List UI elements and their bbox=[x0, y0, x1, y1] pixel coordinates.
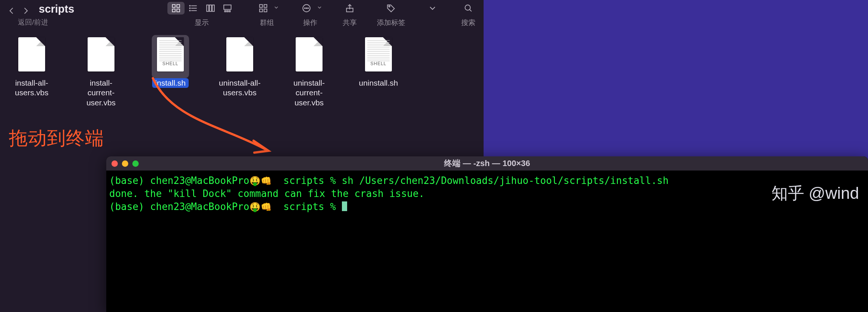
svg-rect-12 bbox=[212, 5, 214, 11]
file-name: install-current-user.vbs bbox=[77, 78, 125, 108]
svg-rect-11 bbox=[210, 5, 211, 11]
file-icon: SHELL bbox=[365, 37, 392, 71]
more-dropdown[interactable] bbox=[424, 2, 441, 15]
file-icon bbox=[88, 37, 114, 71]
file-name: uninstall.sh bbox=[359, 78, 398, 88]
group-label: 群组 bbox=[260, 18, 274, 28]
action-button[interactable] bbox=[298, 2, 315, 15]
folder-title: scripts bbox=[39, 3, 74, 15]
share-button[interactable] bbox=[341, 2, 358, 15]
file-item[interactable]: uninstall-current-user.vbs bbox=[285, 35, 333, 108]
svg-point-22 bbox=[305, 8, 305, 9]
share-group: 共享 bbox=[341, 1, 358, 28]
svg-rect-17 bbox=[260, 4, 262, 7]
chevron-down-icon bbox=[273, 4, 279, 12]
svg-rect-3 bbox=[177, 9, 180, 12]
back-button[interactable] bbox=[7, 4, 16, 17]
file-name: uninstall-all-users.vbs bbox=[216, 78, 264, 98]
svg-rect-10 bbox=[207, 5, 208, 11]
dropdown-group bbox=[424, 1, 441, 26]
svg-point-7 bbox=[189, 5, 190, 6]
share-label: 共享 bbox=[343, 18, 357, 28]
forward-button[interactable] bbox=[21, 4, 31, 17]
svg-point-23 bbox=[306, 8, 307, 9]
chevron-down-icon bbox=[317, 4, 323, 12]
svg-rect-1 bbox=[177, 4, 180, 7]
file-item[interactable]: SHELLuninstall.sh bbox=[354, 35, 403, 88]
terminal-title: 终端 — -zsh — 100×36 bbox=[106, 158, 868, 169]
tag-label: 添加标签 bbox=[377, 18, 405, 28]
file-icon bbox=[18, 37, 45, 71]
svg-point-26 bbox=[389, 6, 390, 7]
svg-rect-18 bbox=[264, 4, 267, 7]
svg-point-27 bbox=[465, 5, 470, 10]
file-icon bbox=[296, 37, 323, 71]
tag-group: 添加标签 bbox=[377, 1, 405, 28]
file-item[interactable]: install-current-user.vbs bbox=[77, 35, 125, 108]
column-view-button[interactable] bbox=[202, 2, 219, 15]
file-item[interactable]: install-all-users.vbs bbox=[7, 35, 56, 98]
terminal-titlebar[interactable]: 终端 — -zsh — 100×36 bbox=[106, 156, 868, 171]
annotation-text: 拖动到终端 bbox=[9, 126, 104, 151]
terminal-window[interactable]: 终端 — -zsh — 100×36 (base) chen23@MacBook… bbox=[106, 156, 868, 312]
file-name: uninstall-current-user.vbs bbox=[285, 78, 333, 108]
file-item[interactable]: uninstall-all-users.vbs bbox=[216, 35, 264, 98]
view-label: 显示 bbox=[195, 18, 209, 28]
view-group: 显示 bbox=[167, 1, 236, 28]
search-button[interactable] bbox=[460, 2, 477, 15]
svg-rect-15 bbox=[227, 11, 228, 12]
tag-button[interactable] bbox=[383, 2, 400, 15]
finder-toolbar: scripts 返回/前进 显示 群组 bbox=[0, 0, 484, 26]
file-name: install.sh bbox=[152, 78, 189, 88]
svg-point-9 bbox=[189, 10, 190, 11]
gallery-view-button[interactable] bbox=[219, 2, 236, 15]
svg-rect-16 bbox=[229, 11, 230, 12]
file-name: install-all-users.vbs bbox=[7, 78, 56, 98]
svg-rect-14 bbox=[224, 11, 226, 12]
file-item[interactable]: SHELLinstall.sh bbox=[146, 35, 195, 88]
svg-rect-13 bbox=[224, 5, 231, 9]
action-label: 操作 bbox=[303, 18, 317, 28]
file-icon bbox=[226, 37, 253, 71]
file-icon: SHELL bbox=[157, 37, 184, 71]
svg-rect-20 bbox=[264, 9, 267, 12]
file-grid: install-all-users.vbsinstall-current-use… bbox=[0, 26, 484, 108]
svg-point-8 bbox=[189, 8, 190, 9]
svg-rect-19 bbox=[260, 9, 262, 12]
icon-view-button[interactable] bbox=[167, 2, 185, 15]
svg-point-24 bbox=[308, 8, 308, 9]
svg-line-28 bbox=[469, 9, 471, 11]
group-button[interactable] bbox=[255, 2, 272, 15]
list-view-button[interactable] bbox=[185, 2, 202, 15]
action-group: 操作 bbox=[298, 1, 323, 28]
search-label: 搜索 bbox=[461, 18, 475, 28]
svg-rect-2 bbox=[172, 9, 175, 12]
group-group: 群组 bbox=[255, 1, 279, 28]
nav-subtitle: 返回/前进 bbox=[18, 17, 74, 27]
svg-rect-0 bbox=[172, 4, 175, 7]
search-group: 搜索 bbox=[460, 1, 477, 28]
terminal-body[interactable]: (base) chen23@MacBookPro🤑👊 scripts % sh … bbox=[106, 171, 868, 217]
